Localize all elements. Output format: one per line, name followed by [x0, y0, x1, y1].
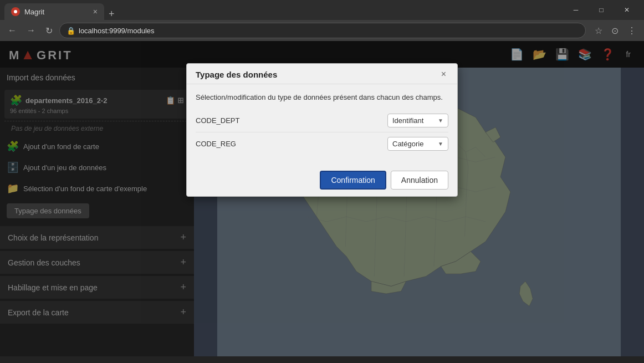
field-label-0: CODE_DEPT — [196, 116, 239, 125]
new-tab-btn[interactable]: + — [104, 8, 119, 20]
select-identifiant-value: Identifiant — [392, 116, 423, 125]
select-categorie-value: Catégorie — [392, 140, 423, 148]
modal-close-btn[interactable]: × — [439, 69, 448, 79]
tab-close-btn[interactable]: × — [93, 7, 98, 16]
reload-btn[interactable]: ↻ — [42, 23, 56, 38]
select-categorie-arrow: ▼ — [438, 141, 443, 147]
tab-favicon — [11, 7, 20, 16]
back-btn[interactable]: ← — [4, 23, 20, 38]
modal-footer: Confirmation Annulation — [187, 164, 457, 196]
modal-subtitle: Sélection/modification du type de donnée… — [196, 93, 448, 101]
bookmark-icon[interactable]: ☆ — [591, 23, 606, 38]
typage-modal: Typage des données × Sélection/modificat… — [186, 63, 458, 197]
window-controls: ─ □ ✕ — [563, 1, 640, 19]
select-categorie[interactable]: Catégorie ▼ — [387, 137, 448, 151]
maximize-btn[interactable]: □ — [589, 1, 614, 19]
select-identifiant-arrow: ▼ — [438, 117, 443, 124]
minimize-btn[interactable]: ─ — [563, 1, 589, 19]
url-text: localhost:9999/modules — [79, 27, 155, 35]
tab-bar: Magrit × + — [4, 0, 119, 20]
modal-title: Typage des données — [196, 70, 277, 79]
field-select-0: Identifiant ▼ — [387, 114, 448, 127]
active-tab[interactable]: Magrit × — [4, 3, 104, 20]
address-bar[interactable]: 🔒 localhost:9999/modules — [59, 23, 586, 38]
modal-header: Typage des données × — [187, 64, 457, 84]
close-btn[interactable]: ✕ — [614, 1, 640, 19]
browser-navbar: ← → ↻ 🔒 localhost:9999/modules ☆ ⊙ ⋮ — [0, 20, 644, 41]
modal-overlay: Typage des données × Sélection/modificat… — [0, 41, 644, 363]
browser-menu-icon[interactable]: ⋮ — [624, 23, 640, 38]
field-row-1: CODE_REG Catégorie ▼ — [196, 132, 448, 155]
modal-body: Sélection/modification du type de donnée… — [187, 84, 457, 164]
field-label-1: CODE_REG — [196, 140, 236, 148]
browser-chrome: Magrit × + ─ □ ✕ ← → ↻ 🔒 localhost:9999/… — [0, 0, 644, 41]
select-identifiant[interactable]: Identifiant ▼ — [387, 114, 448, 127]
cancel-btn[interactable]: Annulation — [391, 171, 448, 190]
field-row-0: CODE_DEPT Identifiant ▼ — [196, 109, 448, 132]
profile-icon[interactable]: ⊙ — [608, 23, 622, 38]
forward-btn[interactable]: → — [23, 23, 39, 38]
confirm-btn[interactable]: Confirmation — [320, 171, 386, 190]
nav-icons: ☆ ⊙ ⋮ — [591, 23, 640, 38]
field-select-1: Catégorie ▼ — [387, 137, 448, 151]
tab-title: Magrit — [24, 8, 44, 16]
browser-titlebar: Magrit × + ─ □ ✕ — [0, 0, 644, 20]
